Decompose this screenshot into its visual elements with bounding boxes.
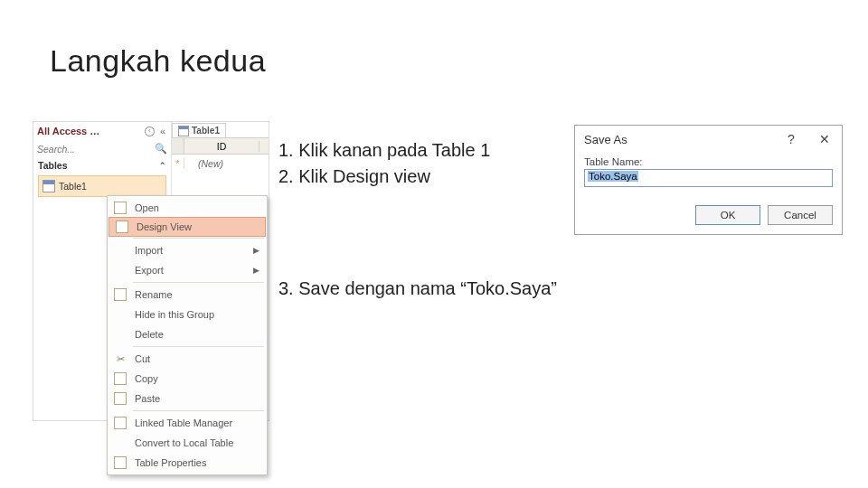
table-name-label: Table Name: bbox=[584, 156, 833, 167]
menu-convert-local[interactable]: Convert to Local Table bbox=[108, 433, 267, 453]
open-icon bbox=[114, 202, 127, 214]
menu-table-properties[interactable]: Table Properties bbox=[108, 453, 267, 473]
menu-copy[interactable]: Copy bbox=[108, 369, 267, 389]
datasheet-area: Table1 ID * (New) bbox=[172, 122, 269, 174]
table-name-value: Toko.Saya bbox=[588, 171, 638, 182]
submenu-arrow-icon: ▶ bbox=[253, 246, 267, 255]
properties-icon bbox=[114, 456, 127, 469]
nav-group-label: Tables bbox=[38, 160, 67, 171]
cut-icon: ✂ bbox=[111, 353, 129, 365]
nav-collapse-icon[interactable]: « bbox=[158, 126, 167, 136]
chevron-up-icon: ⌃ bbox=[159, 161, 166, 170]
menu-label: Hide in this Group bbox=[135, 309, 267, 320]
ok-button[interactable]: OK bbox=[695, 205, 760, 225]
menu-label: Cut bbox=[135, 353, 267, 364]
menu-export[interactable]: Export ▶ bbox=[108, 260, 267, 280]
menu-import[interactable]: Import ▶ bbox=[108, 240, 267, 260]
table-icon bbox=[42, 180, 55, 192]
table-name-field[interactable]: Toko.Saya bbox=[584, 169, 833, 187]
menu-design-view[interactable]: Design View bbox=[108, 217, 266, 237]
menu-hide-in-group[interactable]: Hide in this Group bbox=[108, 305, 267, 324]
nav-header: All Access … ‹ « bbox=[33, 122, 171, 140]
step-2: 2. Klik Design view bbox=[278, 164, 490, 190]
menu-label: Open bbox=[135, 202, 267, 213]
nav-item-table1[interactable]: Table1 bbox=[38, 175, 166, 197]
dialog-title: Save As bbox=[584, 133, 775, 146]
table-icon bbox=[178, 126, 189, 136]
new-row-star-icon: * bbox=[172, 158, 184, 169]
nav-group-tables[interactable]: Tables ⌃ bbox=[33, 157, 171, 174]
menu-label: Delete bbox=[135, 329, 267, 340]
menu-label: Import bbox=[135, 245, 248, 256]
design-icon bbox=[116, 221, 128, 233]
nav-filter-icon[interactable]: ‹ bbox=[145, 127, 155, 136]
menu-separator bbox=[133, 346, 264, 347]
menu-label: Linked Table Manager bbox=[135, 418, 267, 428]
linked-table-icon bbox=[114, 417, 127, 429]
nav-header-title: All Access … bbox=[37, 126, 141, 136]
menu-linked-table-manager[interactable]: Linked Table Manager bbox=[108, 413, 267, 433]
copy-icon bbox=[114, 372, 127, 385]
menu-label: Export bbox=[135, 265, 248, 276]
nav-search: 🔍 bbox=[33, 140, 171, 157]
instructions-block-2: 3. Save dengan nama “Toko.Saya” bbox=[278, 278, 557, 299]
context-menu: Open Design View Import ▶ Export ▶ Renam… bbox=[107, 195, 268, 475]
rename-icon bbox=[114, 288, 127, 301]
search-input[interactable] bbox=[37, 144, 155, 155]
menu-label: Design View bbox=[137, 221, 265, 232]
column-header-id[interactable]: ID bbox=[184, 141, 259, 152]
menu-label: Convert to Local Table bbox=[135, 437, 267, 448]
save-as-dialog: Save As ? ✕ Table Name: Toko.Saya OK Can… bbox=[574, 125, 843, 235]
search-icon[interactable]: 🔍 bbox=[155, 143, 167, 155]
paste-icon bbox=[114, 392, 127, 405]
cancel-button[interactable]: Cancel bbox=[768, 205, 833, 225]
submenu-arrow-icon: ▶ bbox=[253, 266, 267, 275]
nav-item-label: Table1 bbox=[59, 181, 87, 192]
new-row-placeholder: (New) bbox=[184, 158, 259, 169]
column-header-row: ID bbox=[172, 137, 269, 155]
menu-label: Rename bbox=[135, 289, 267, 300]
menu-open[interactable]: Open bbox=[108, 198, 267, 218]
menu-paste[interactable]: Paste bbox=[108, 389, 267, 408]
close-button[interactable]: ✕ bbox=[807, 132, 842, 146]
menu-label: Table Properties bbox=[135, 457, 267, 468]
row-selector-header[interactable] bbox=[172, 138, 184, 154]
menu-separator bbox=[133, 238, 264, 239]
menu-label: Copy bbox=[135, 373, 267, 384]
menu-rename[interactable]: Rename bbox=[108, 285, 267, 305]
dialog-titlebar: Save As ? ✕ bbox=[575, 126, 842, 153]
menu-cut[interactable]: ✂ Cut bbox=[108, 349, 267, 369]
new-row[interactable]: * (New) bbox=[172, 155, 269, 172]
menu-separator bbox=[133, 282, 264, 283]
object-tab-table1[interactable]: Table1 bbox=[172, 123, 226, 137]
step-1: 1. Klik kanan pada Table 1 bbox=[278, 137, 490, 164]
instructions-block-1: 1. Klik kanan pada Table 1 2. Klik Desig… bbox=[278, 137, 490, 190]
menu-label: Paste bbox=[135, 393, 267, 404]
tab-label: Table1 bbox=[192, 126, 220, 136]
help-button[interactable]: ? bbox=[775, 132, 807, 146]
menu-separator bbox=[133, 410, 264, 411]
step-3: 3. Save dengan nama “Toko.Saya” bbox=[278, 278, 557, 298]
slide-title: Langkah kedua bbox=[50, 43, 266, 79]
menu-delete[interactable]: Delete bbox=[108, 324, 267, 344]
